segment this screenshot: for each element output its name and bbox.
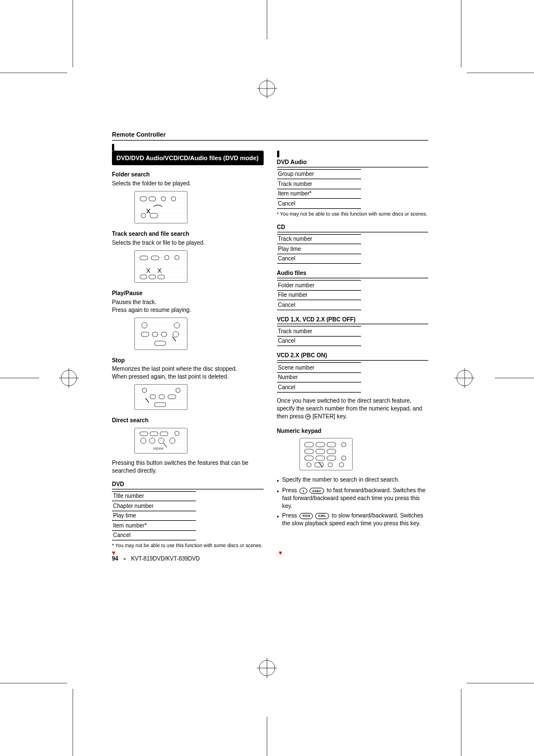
svg-rect-46 xyxy=(150,395,156,399)
svg-rect-35 xyxy=(149,275,156,279)
track-search-head: Track search and file search xyxy=(112,230,264,238)
svg-rect-40 xyxy=(152,332,158,337)
svg-rect-36 xyxy=(158,275,165,279)
svg-rect-49 xyxy=(154,403,166,407)
svg-point-27 xyxy=(171,197,176,201)
table-row: Cancel xyxy=(277,382,361,393)
svg-point-44 xyxy=(142,388,147,393)
svg-point-42 xyxy=(173,332,179,337)
svg-point-26 xyxy=(161,197,166,201)
remote-figure-track xyxy=(134,250,188,283)
switch-text: Once you have switched to the direct sea… xyxy=(277,398,423,419)
svg-point-53 xyxy=(175,431,179,436)
table-row: Play time xyxy=(112,511,196,521)
table-row: Track number xyxy=(277,326,361,337)
cd-head: CD xyxy=(277,223,429,232)
table-row: Item number* xyxy=(112,521,196,531)
vcd1-head: VCD 1.X, VCD 2.X (PBC OFF) xyxy=(277,316,429,325)
bullet-text: Specify the number to search in direct s… xyxy=(282,476,399,485)
column-tick-icon xyxy=(277,151,279,157)
direct-search-desc: Pressing this button switches the featur… xyxy=(112,459,264,475)
svg-rect-30 xyxy=(140,256,148,260)
svg-text:KENW: KENW xyxy=(153,447,163,450)
dvd-head: DVD xyxy=(112,480,264,489)
table-row: File number xyxy=(277,291,361,301)
bullet-icon: • xyxy=(277,477,279,485)
table-row: Cancel xyxy=(277,199,361,209)
audio-head: Audio files xyxy=(277,269,429,278)
svg-rect-39 xyxy=(141,332,149,337)
svg-point-55 xyxy=(149,438,155,444)
svg-rect-34 xyxy=(140,275,147,279)
stop-head: Stop xyxy=(112,357,264,365)
mode-title: DVD/DVD Audio/VCD/CD/Audio files (DVD mo… xyxy=(112,151,264,165)
model-number: KVT-819DVD/KVT-839DVD xyxy=(131,556,200,562)
bullet-text: Press 4GHI5JKL to slow forward/backward.… xyxy=(282,512,428,528)
svg-rect-48 xyxy=(168,395,176,399)
play-pause-l2: Press again to resume playing. xyxy=(112,306,264,314)
folder-search-head: Folder search xyxy=(112,171,264,179)
key-2-icon: 2ABC xyxy=(310,488,324,494)
svg-point-73 xyxy=(339,463,344,467)
svg-rect-64 xyxy=(316,449,325,454)
folder-search-desc: Selects the folder to be played. xyxy=(112,180,264,188)
svg-rect-50 xyxy=(140,432,148,436)
table-row: Item number* xyxy=(277,189,361,199)
play-pause-head: Play/Pause xyxy=(112,290,264,297)
remote-figure-stop xyxy=(134,384,188,410)
page-content: Remote Controller DVD/DVD Audio/VCD/CD/A… xyxy=(112,129,428,549)
enter-key-icon: EN xyxy=(305,414,311,419)
bullet-icon: • xyxy=(277,488,279,510)
svg-rect-29 xyxy=(150,213,158,218)
svg-rect-63 xyxy=(305,449,313,454)
svg-point-32 xyxy=(165,255,169,260)
stop-l2: When pressed again, the last point is de… xyxy=(112,373,264,381)
svg-rect-67 xyxy=(316,456,325,460)
table-row: Track number xyxy=(277,179,361,189)
svg-point-38 xyxy=(174,323,180,328)
bullet-item: • Press 4GHI5JKL to slow forward/backwar… xyxy=(277,512,429,528)
switch-tail: [ENTER] key. xyxy=(311,413,346,419)
table-row: Chapter number xyxy=(112,501,196,511)
svg-rect-68 xyxy=(327,456,336,460)
svg-rect-59 xyxy=(305,442,313,447)
bullet-icon: • xyxy=(277,513,279,528)
cd-table: Track number Play time Cancel xyxy=(277,234,361,264)
svg-rect-60 xyxy=(316,442,325,447)
key-4-icon: 4GHI xyxy=(299,513,313,519)
svg-point-57 xyxy=(170,438,175,444)
dvd-table: Title number Chapter number Play time It… xyxy=(112,491,196,541)
bullet-text: Press 12ABC to fast forward/backward. Sw… xyxy=(282,487,428,510)
remote-figure-folder xyxy=(134,191,188,223)
vcd2-head: VCD 2.X (PBC ON) xyxy=(277,352,429,361)
svg-point-62 xyxy=(341,442,346,447)
table-row: Folder number xyxy=(277,280,361,291)
svg-rect-61 xyxy=(327,442,336,447)
numeric-head: Numeric keypad xyxy=(277,427,429,435)
svg-point-72 xyxy=(328,463,332,467)
bullet-separator-icon: ● xyxy=(123,556,126,562)
table-row: Title number xyxy=(112,491,196,502)
svg-rect-43 xyxy=(154,341,166,346)
dvd-note: * You may not be able to use this functi… xyxy=(112,543,264,549)
dvdaudio-table: Group number Track number Item number* C… xyxy=(277,169,361,209)
continuation-marker-icon xyxy=(112,552,115,555)
bullet-list: • Specify the number to search in direct… xyxy=(277,476,429,527)
svg-rect-31 xyxy=(151,256,159,260)
dvdaudio-note: * You may not be able to use this functi… xyxy=(277,211,429,218)
svg-point-70 xyxy=(307,463,311,467)
page-footer: 94 ● KVT-819DVD/KVT-839DVD xyxy=(112,556,200,562)
direct-search-head: Direct search xyxy=(112,417,264,424)
table-row: Cancel xyxy=(277,300,361,310)
svg-point-69 xyxy=(341,456,346,460)
switch-paragraph: Once you have switched to the direct sea… xyxy=(277,397,429,421)
svg-point-45 xyxy=(176,388,180,393)
dvdaudio-head: DVD Audio xyxy=(277,158,429,167)
remote-figure-direct: KENW xyxy=(134,428,188,454)
track-search-desc: Selects the track or file to be played. xyxy=(112,239,264,247)
svg-rect-41 xyxy=(161,332,167,337)
svg-rect-47 xyxy=(159,395,165,399)
table-row: Cancel xyxy=(277,337,361,347)
table-row: Cancel xyxy=(277,254,361,264)
vcd1-table: Track number Cancel xyxy=(277,326,361,346)
